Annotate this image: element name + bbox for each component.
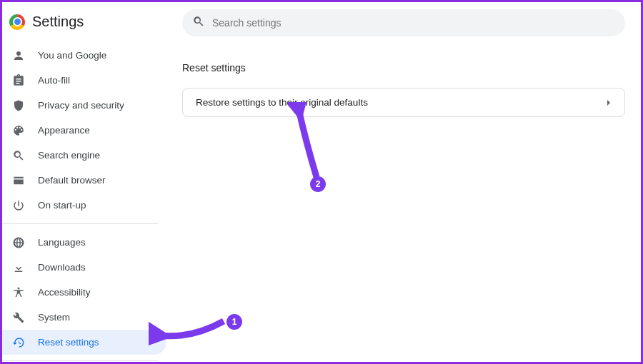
sidebar-item-label: Search engine bbox=[38, 150, 100, 161]
sidebar-item-label: Reset settings bbox=[38, 337, 99, 348]
annotation-arrow-2 bbox=[288, 102, 327, 181]
restore-icon bbox=[12, 336, 25, 349]
wrench-icon bbox=[12, 311, 25, 324]
browser-icon bbox=[12, 174, 25, 187]
sidebar-item-label: Privacy and security bbox=[38, 100, 124, 111]
divider bbox=[2, 223, 158, 224]
search-bar[interactable] bbox=[182, 9, 625, 36]
sidebar-item-downloads[interactable]: Downloads bbox=[2, 255, 166, 280]
restore-defaults-row[interactable]: Restore settings to their original defau… bbox=[183, 89, 624, 116]
sidebar-item-default-browser[interactable]: Default browser bbox=[2, 168, 166, 193]
sidebar-item-you-and-google[interactable]: You and Google bbox=[2, 43, 166, 68]
sidebar-item-auto-fill[interactable]: Auto-fill bbox=[2, 68, 166, 93]
callout-badge-1: 1 bbox=[226, 314, 242, 330]
sidebar-item-on-startup[interactable]: On start-up bbox=[2, 193, 166, 218]
sidebar-item-label: On start-up bbox=[38, 200, 86, 211]
sidebar-item-accessibility[interactable]: Accessibility bbox=[2, 280, 166, 305]
download-icon bbox=[12, 261, 25, 274]
shield-icon bbox=[12, 99, 25, 112]
sidebar-item-label: Auto-fill bbox=[38, 75, 70, 86]
globe-icon bbox=[12, 236, 25, 249]
search-icon bbox=[12, 149, 25, 162]
power-icon bbox=[12, 199, 25, 212]
search-icon bbox=[192, 15, 205, 31]
sidebar-item-system[interactable]: System bbox=[2, 305, 166, 330]
palette-icon bbox=[12, 124, 25, 137]
sidebar-item-label: Default browser bbox=[38, 175, 106, 186]
reset-settings-card: Restore settings to their original defau… bbox=[182, 88, 625, 117]
row-label: Restore settings to their original defau… bbox=[196, 97, 368, 108]
sidebar: Settings You and Google Auto-fill Privac… bbox=[2, 2, 166, 362]
sidebar-item-search-engine[interactable]: Search engine bbox=[2, 143, 166, 168]
assignment-icon bbox=[12, 74, 25, 87]
sidebar-item-label: You and Google bbox=[38, 50, 106, 61]
section-title: Reset settings bbox=[182, 62, 625, 74]
chrome-logo-icon bbox=[9, 14, 25, 30]
sidebar-header: Settings bbox=[2, 9, 166, 39]
sidebar-item-reset-settings[interactable]: Reset settings bbox=[2, 330, 166, 355]
sidebar-item-label: Accessibility bbox=[38, 287, 91, 298]
sidebar-item-privacy-security[interactable]: Privacy and security bbox=[2, 93, 166, 118]
person-icon bbox=[12, 49, 25, 62]
page-title: Settings bbox=[32, 14, 84, 30]
annotation-arrow-1 bbox=[149, 314, 227, 346]
sidebar-item-languages[interactable]: Languages bbox=[2, 230, 166, 255]
chevron-right-icon bbox=[606, 97, 612, 108]
sidebar-item-label: Languages bbox=[38, 237, 86, 248]
divider bbox=[2, 360, 158, 361]
nav: You and Google Auto-fill Privacy and sec… bbox=[2, 39, 166, 361]
sidebar-item-label: Downloads bbox=[38, 262, 86, 273]
accessibility-icon bbox=[12, 286, 25, 299]
sidebar-item-label: Appearance bbox=[38, 125, 90, 136]
sidebar-item-label: System bbox=[38, 312, 70, 323]
search-input[interactable] bbox=[212, 17, 615, 29]
main-content: Reset settings Restore settings to their… bbox=[166, 2, 641, 362]
sidebar-item-appearance[interactable]: Appearance bbox=[2, 118, 166, 143]
